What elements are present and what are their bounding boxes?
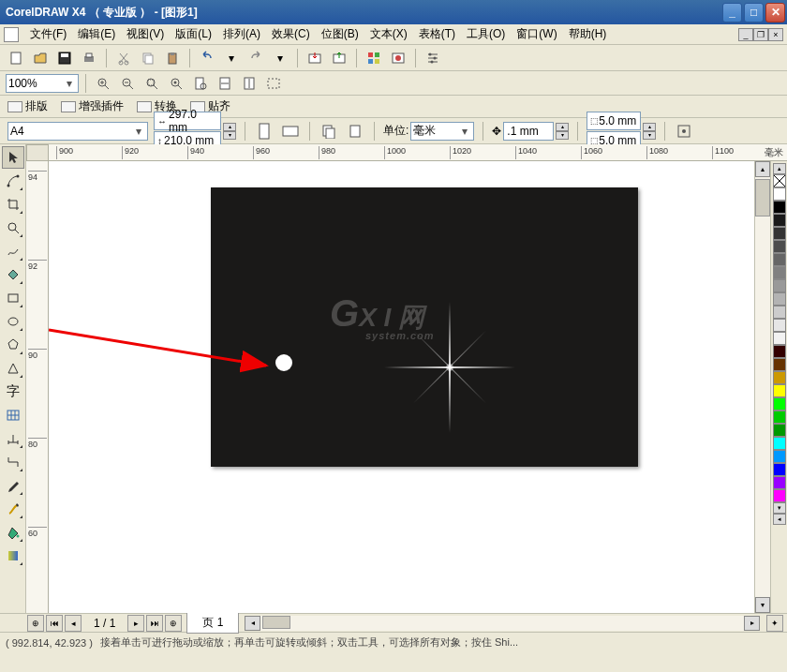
mdi-close[interactable]: × xyxy=(768,28,783,41)
color-swatch[interactable] xyxy=(773,227,786,240)
color-swatch[interactable] xyxy=(773,437,786,450)
palette-up-icon[interactable]: ▴ xyxy=(773,163,786,174)
paper-size-combo[interactable]: A4 ▾ xyxy=(7,122,148,141)
vertical-ruler[interactable]: 9492908060 xyxy=(26,161,49,613)
print-button[interactable] xyxy=(79,48,99,68)
fill-tool[interactable] xyxy=(2,521,24,544)
zoom-width-icon[interactable] xyxy=(215,73,235,94)
no-color-swatch[interactable] xyxy=(773,174,786,187)
crop-tool[interactable] xyxy=(2,193,24,216)
zoom-in-icon[interactable] xyxy=(93,73,113,94)
smartfill-tool[interactable] xyxy=(2,263,24,286)
mdi-minimize[interactable]: _ xyxy=(738,28,753,41)
navigator-icon[interactable]: ✦ xyxy=(766,615,783,632)
menu-arrange[interactable]: 排列(A) xyxy=(217,24,266,44)
first-page-icon[interactable]: ⏮ xyxy=(46,615,63,632)
zoom-page-icon[interactable] xyxy=(190,73,211,94)
zoom-out-icon[interactable] xyxy=(117,73,138,94)
freehand-tool[interactable] xyxy=(2,240,24,262)
basic-shapes-tool[interactable] xyxy=(2,357,24,380)
color-swatch[interactable] xyxy=(773,253,786,266)
white-circle[interactable] xyxy=(275,354,292,371)
scroll-left-icon[interactable]: ◂ xyxy=(245,616,260,631)
menu-effects[interactable]: 效果(C) xyxy=(266,24,316,44)
connector-tool[interactable] xyxy=(2,451,24,473)
zoom-selection-icon[interactable] xyxy=(141,73,162,94)
dup-x-input[interactable]: ⬚5.0 mm xyxy=(587,112,641,130)
scroll-down-icon[interactable]: ▾ xyxy=(755,597,770,613)
zoom-combo[interactable]: 100% ▾ xyxy=(6,74,79,93)
color-swatch[interactable] xyxy=(773,332,786,345)
color-swatch[interactable] xyxy=(773,476,786,489)
nudge-input[interactable]: .1 mm xyxy=(503,122,554,141)
rectangle-tool[interactable] xyxy=(2,287,24,309)
shape-tool[interactable] xyxy=(2,170,24,192)
import-button[interactable] xyxy=(304,48,325,68)
last-page-icon[interactable]: ⏭ xyxy=(146,615,163,632)
color-swatch[interactable] xyxy=(773,463,786,476)
text-tool[interactable]: 字 xyxy=(2,381,24,403)
pages-all-icon[interactable] xyxy=(319,121,339,142)
menu-text[interactable]: 文本(X) xyxy=(364,24,413,44)
color-swatch[interactable] xyxy=(773,371,786,384)
add-page-icon[interactable]: ⊕ xyxy=(27,615,44,632)
page-size-spinner[interactable]: ▴▾ xyxy=(223,123,236,140)
menu-view[interactable]: 视图(V) xyxy=(121,24,170,44)
color-swatch[interactable] xyxy=(773,397,786,411)
page-tab[interactable]: 页 1 xyxy=(186,612,239,634)
page-width-input[interactable]: ↔297.0 mm xyxy=(154,112,221,130)
export-button[interactable] xyxy=(329,48,349,68)
color-swatch[interactable] xyxy=(773,411,786,424)
cut-button[interactable] xyxy=(113,48,134,68)
horizontal-scrollbar[interactable]: ◂ ▸ xyxy=(245,616,760,631)
menu-file[interactable]: 文件(F) xyxy=(24,24,72,44)
add-page-after-icon[interactable]: ⊕ xyxy=(165,615,182,632)
snap-options-icon[interactable] xyxy=(674,121,694,142)
dimension-tool[interactable] xyxy=(2,427,24,450)
horizontal-ruler[interactable]: 毫米 9009209409609801000102010401060108011… xyxy=(49,144,787,161)
palette-flyout-icon[interactable]: ◂ xyxy=(773,514,786,525)
scroll-right-icon[interactable]: ▸ xyxy=(744,616,760,631)
drawing-rectangle[interactable] xyxy=(211,187,638,467)
undo-drop[interactable]: ▾ xyxy=(221,48,242,68)
new-button[interactable] xyxy=(6,48,26,68)
pages-current-icon[interactable] xyxy=(345,121,365,142)
zoom-tool[interactable] xyxy=(2,217,24,239)
canvas[interactable]: GGXI网X I 网 system.com xyxy=(49,161,754,613)
units-combo[interactable]: 毫米▾ xyxy=(410,122,474,141)
tab-layout[interactable]: 排版 xyxy=(7,98,48,114)
interactive-fill-tool[interactable] xyxy=(2,545,24,567)
ruler-corner[interactable] xyxy=(26,144,49,161)
next-page-icon[interactable]: ▸ xyxy=(127,615,144,632)
redo-drop[interactable]: ▾ xyxy=(270,48,290,68)
menu-layout[interactable]: 版面(L) xyxy=(170,24,217,44)
pick-tool[interactable] xyxy=(2,146,24,169)
tab-enhance[interactable]: 增强插件 xyxy=(61,98,124,114)
color-swatch[interactable] xyxy=(773,187,786,201)
menu-table[interactable]: 表格(T) xyxy=(413,24,461,44)
menu-bitmaps[interactable]: 位图(B) xyxy=(316,24,364,44)
vertical-scrollbar[interactable]: ▴ ▾ xyxy=(754,161,770,613)
color-swatch[interactable] xyxy=(773,319,786,332)
color-swatch[interactable] xyxy=(773,450,786,463)
zoom-marquee-icon[interactable] xyxy=(263,73,284,94)
color-swatch[interactable] xyxy=(773,240,786,253)
color-swatch[interactable] xyxy=(773,214,786,227)
options-button[interactable] xyxy=(423,48,443,68)
color-swatch[interactable] xyxy=(773,424,786,437)
color-swatch[interactable] xyxy=(773,201,786,214)
color-swatch[interactable] xyxy=(773,358,786,371)
color-swatch[interactable] xyxy=(773,345,786,358)
maximize-button[interactable]: □ xyxy=(744,3,764,22)
outline-tool[interactable] xyxy=(2,498,24,520)
prev-page-icon[interactable]: ◂ xyxy=(65,615,82,632)
close-button[interactable]: ✕ xyxy=(765,3,785,22)
table-tool[interactable] xyxy=(2,404,24,426)
polygon-tool[interactable] xyxy=(2,334,24,356)
menu-tools[interactable]: 工具(O) xyxy=(461,24,511,44)
color-swatch[interactable] xyxy=(773,384,786,397)
minimize-button[interactable]: _ xyxy=(722,3,742,22)
palette-down-icon[interactable]: ▾ xyxy=(773,502,786,514)
app-launcher[interactable] xyxy=(364,48,384,68)
scroll-up-icon[interactable]: ▴ xyxy=(755,161,770,177)
